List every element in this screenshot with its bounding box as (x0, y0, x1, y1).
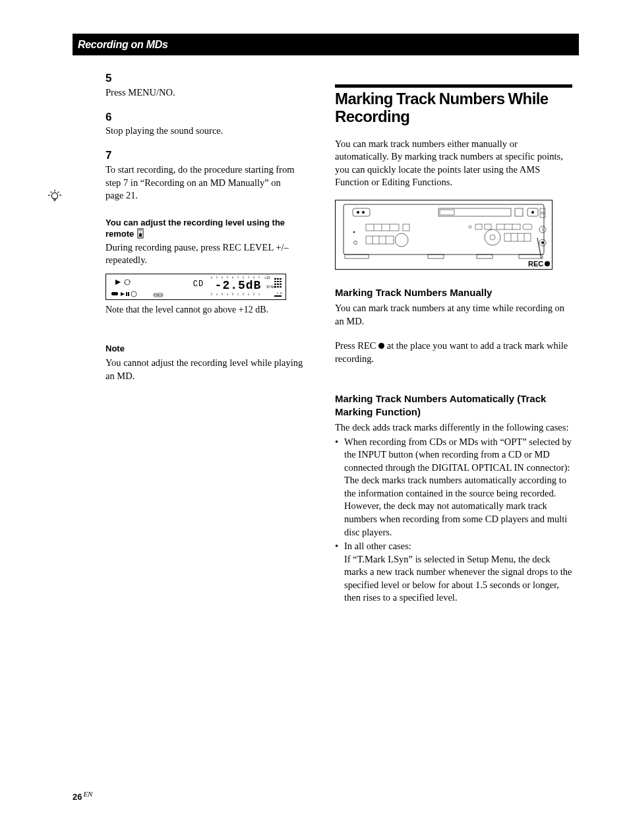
svg-rect-79 (485, 224, 491, 229)
svg-rect-36 (274, 278, 276, 280)
page-number-suffix: EN (83, 790, 92, 798)
step-6: 6 Stop playing the sound source. (105, 110, 310, 138)
svg-rect-10 (128, 292, 129, 296)
manual-heading: Marking Track Numbers Manually (335, 286, 572, 299)
content-columns: 5 Press MENU/NO. 6 Stop playing the soun… (73, 71, 574, 605)
svg-rect-94 (519, 255, 543, 258)
svg-rect-89 (540, 208, 545, 212)
deck-diagram: REC (335, 200, 553, 270)
svg-point-80 (469, 225, 471, 228)
svg-point-96 (545, 261, 550, 266)
case-lead: In all other cases: (344, 541, 411, 551)
step-text: Stop playing the sound source. (105, 125, 295, 138)
svg-point-3 (140, 231, 141, 233)
tip-lightbulb-icon (47, 189, 63, 207)
manual-p1: You can mark track numbers at any time w… (335, 302, 572, 328)
auto-intro: The deck adds track marks differently in… (335, 421, 572, 435)
manual-p2-before: Press REC (335, 340, 378, 351)
tip-note: Note that the level cannot go above +12 … (105, 304, 310, 316)
display-source: CD (193, 280, 204, 289)
section-title: Marking Track Numbers While Recording (335, 90, 572, 126)
step-7: 7 To start recording, do the procedure s… (105, 148, 310, 202)
svg-rect-50 (274, 295, 282, 297)
svg-point-88 (541, 241, 544, 244)
svg-point-11 (131, 291, 136, 297)
svg-rect-57 (515, 208, 523, 216)
header-bar: Recording on MDs (73, 34, 579, 55)
case-body: If “T.Mark LSyn” is selected in Setup Me… (344, 554, 572, 603)
svg-point-66 (353, 231, 355, 233)
svg-rect-44 (280, 284, 282, 285)
svg-point-59 (531, 211, 534, 214)
left-column: 5 Press MENU/NO. 6 Stop playing the soun… (73, 71, 310, 605)
svg-point-53 (357, 211, 359, 214)
svg-rect-47 (280, 286, 282, 287)
svg-point-54 (362, 211, 365, 214)
svg-point-73 (490, 235, 495, 240)
step-text: To start recording, do the procedure sta… (105, 164, 295, 202)
svg-rect-37 (277, 278, 279, 280)
note-heading: Note (105, 343, 310, 355)
svg-rect-9 (126, 292, 127, 296)
case-item: When recording from CDs or MDs with “OPT… (335, 436, 572, 539)
svg-rect-68 (366, 236, 394, 244)
svg-rect-93 (477, 255, 493, 258)
svg-marker-8 (121, 292, 125, 296)
auto-heading: Marking Track Numbers Automatically (Tra… (335, 392, 572, 419)
svg-marker-5 (115, 280, 121, 285)
svg-text:R: R (280, 291, 282, 295)
svg-rect-39 (274, 281, 276, 282)
svg-rect-4 (139, 233, 142, 237)
svg-point-72 (485, 229, 500, 245)
svg-text:+10: +10 (264, 276, 270, 280)
remote-icon (136, 229, 144, 239)
svg-point-0 (51, 193, 57, 198)
display-value: -2.5dB (215, 279, 262, 292)
svg-rect-81 (496, 224, 520, 229)
page-number: 26EN (73, 789, 92, 803)
svg-rect-38 (280, 278, 282, 280)
step-5: 5 Press MENU/NO. (105, 71, 310, 100)
case-item: In all other cases: If “T.Mark LSyn” is … (335, 540, 572, 605)
step-number: 6 (105, 110, 120, 125)
svg-rect-40 (277, 281, 279, 282)
manual-p2: Press REC at the place you want to add a… (335, 340, 572, 365)
header-section-title: Recording on MDs (78, 38, 168, 52)
rec-dot-icon (378, 343, 384, 349)
svg-rect-43 (277, 284, 279, 285)
tip-body: During recording pause, press REC LEVEL … (105, 241, 310, 267)
svg-rect-60 (366, 224, 399, 231)
svg-rect-84 (523, 224, 532, 229)
svg-rect-52 (353, 208, 370, 216)
svg-text:TRACK: TRACK (154, 293, 163, 297)
svg-text:L: L (277, 291, 279, 295)
right-column: Marking Track Numbers While Recording Yo… (335, 71, 572, 605)
svg-rect-78 (475, 224, 482, 229)
tip-heading-text: You can adjust the recording level using… (105, 218, 285, 239)
recorder-display-panel: TRACK CD -2.5dB SYNC (105, 274, 286, 300)
page-number-value: 26 (73, 792, 82, 802)
svg-point-67 (354, 241, 357, 245)
step-text: Press MENU/NO. (105, 86, 295, 100)
section-intro: You can mark track numbers either manual… (335, 138, 572, 189)
svg-point-65 (395, 233, 408, 247)
svg-rect-56 (440, 210, 454, 215)
auto-cases: When recording from CDs or MDs with “OPT… (335, 436, 572, 605)
svg-rect-46 (277, 286, 279, 287)
left-body: 5 Press MENU/NO. 6 Stop playing the soun… (105, 71, 310, 382)
svg-point-6 (125, 280, 130, 285)
diagram-callout-label: REC (528, 260, 543, 268)
svg-rect-92 (428, 255, 444, 258)
svg-line-95 (537, 238, 541, 258)
case-lead: When recording from CDs or MDs with “OPT… (344, 436, 572, 473)
svg-rect-7 (111, 292, 118, 295)
note-body: You cannot adjust the recording level wh… (105, 357, 310, 382)
svg-rect-42 (274, 284, 276, 285)
tip-heading: You can adjust the recording level using… (105, 217, 310, 240)
case-body: The deck marks track numbers automatical… (344, 475, 567, 537)
svg-rect-45 (274, 286, 276, 287)
svg-rect-41 (280, 281, 282, 282)
svg-rect-64 (403, 224, 409, 231)
step-number: 5 (105, 71, 120, 86)
section-rule (335, 84, 572, 88)
